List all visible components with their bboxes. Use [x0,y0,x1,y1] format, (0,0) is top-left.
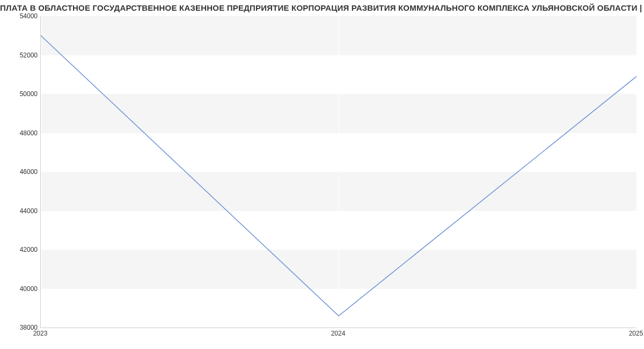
grid-vline [636,16,637,328]
y-tick-label: 52000 [5,52,38,59]
x-tick-label: 2023 [33,330,48,337]
y-tick-label: 50000 [5,90,38,98]
y-tick-label: 40000 [5,285,38,293]
plot-area [40,16,636,328]
y-tick-label: 54000 [5,12,38,20]
chart-title: ПЛАТА В ОБЛАСТНОЕ ГОСУДАРСТВЕННОЕ КАЗЕНН… [0,3,644,12]
y-tick-label: 44000 [5,207,38,215]
y-tick-label: 42000 [5,246,38,253]
x-tick-label: 2024 [331,330,346,337]
line-series [41,16,636,328]
y-tick-label: 46000 [5,168,38,176]
y-tick-label: 48000 [5,129,38,137]
x-tick-label: 2025 [629,330,643,337]
